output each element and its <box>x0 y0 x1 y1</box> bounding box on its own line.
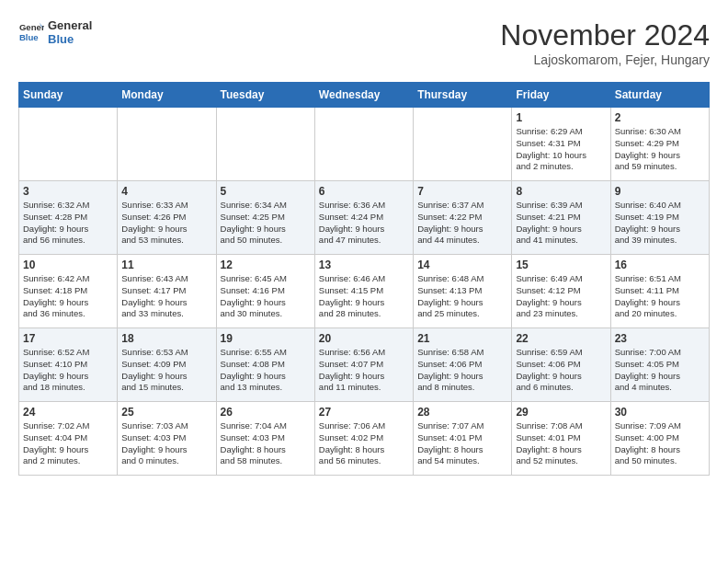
day-info: Sunrise: 6:36 AM Sunset: 4:24 PM Dayligh… <box>319 200 409 247</box>
calendar-table: SundayMondayTuesdayWednesdayThursdayFrid… <box>18 82 710 476</box>
weekday-header: Tuesday <box>216 83 314 108</box>
day-info: Sunrise: 6:53 AM Sunset: 4:09 PM Dayligh… <box>121 347 211 394</box>
day-number: 29 <box>516 406 606 419</box>
svg-text:Blue: Blue <box>19 32 39 42</box>
day-info: Sunrise: 6:43 AM Sunset: 4:17 PM Dayligh… <box>121 273 211 320</box>
logo-line1: General <box>48 18 92 32</box>
calendar-cell: 18Sunrise: 6:53 AM Sunset: 4:09 PM Dayli… <box>118 328 216 402</box>
day-number: 28 <box>417 406 507 419</box>
day-number: 14 <box>417 259 507 271</box>
day-info: Sunrise: 6:33 AM Sunset: 4:26 PM Dayligh… <box>121 200 211 247</box>
calendar-week-row: 10Sunrise: 6:42 AM Sunset: 4:18 PM Dayli… <box>19 255 710 328</box>
calendar-week-row: 24Sunrise: 7:02 AM Sunset: 4:04 PM Dayli… <box>19 402 710 476</box>
day-number: 18 <box>121 332 211 345</box>
day-number: 13 <box>319 259 409 271</box>
day-info: Sunrise: 6:34 AM Sunset: 4:25 PM Dayligh… <box>221 200 311 247</box>
day-info: Sunrise: 6:37 AM Sunset: 4:22 PM Dayligh… <box>417 200 507 247</box>
day-info: Sunrise: 6:48 AM Sunset: 4:13 PM Dayligh… <box>417 273 507 320</box>
day-number: 17 <box>23 332 113 345</box>
calendar-cell <box>118 108 216 181</box>
calendar-cell: 22Sunrise: 6:59 AM Sunset: 4:06 PM Dayli… <box>512 328 610 402</box>
day-info: Sunrise: 7:06 AM Sunset: 4:02 PM Dayligh… <box>319 420 409 467</box>
weekday-header: Saturday <box>610 83 709 108</box>
calendar-cell: 4Sunrise: 6:33 AM Sunset: 4:26 PM Daylig… <box>118 181 216 255</box>
day-info: Sunrise: 6:40 AM Sunset: 4:19 PM Dayligh… <box>615 200 705 247</box>
svg-text:General: General <box>19 22 44 32</box>
calendar-cell: 27Sunrise: 7:06 AM Sunset: 4:02 PM Dayli… <box>314 402 413 476</box>
day-info: Sunrise: 6:42 AM Sunset: 4:18 PM Dayligh… <box>23 273 113 320</box>
calendar-week-row: 1Sunrise: 6:29 AM Sunset: 4:31 PM Daylig… <box>19 108 710 181</box>
day-number: 16 <box>615 259 705 271</box>
day-number: 8 <box>516 185 606 198</box>
day-info: Sunrise: 7:08 AM Sunset: 4:01 PM Dayligh… <box>516 420 606 467</box>
day-number: 23 <box>615 332 705 345</box>
calendar-cell: 11Sunrise: 6:43 AM Sunset: 4:17 PM Dayli… <box>118 255 216 328</box>
day-number: 19 <box>221 332 311 345</box>
day-info: Sunrise: 6:51 AM Sunset: 4:11 PM Dayligh… <box>615 273 705 320</box>
day-info: Sunrise: 7:02 AM Sunset: 4:04 PM Dayligh… <box>23 420 113 467</box>
calendar-cell: 24Sunrise: 7:02 AM Sunset: 4:04 PM Dayli… <box>19 402 118 476</box>
weekday-header: Friday <box>512 83 610 108</box>
day-number: 5 <box>221 185 311 198</box>
day-info: Sunrise: 6:52 AM Sunset: 4:10 PM Dayligh… <box>23 347 113 394</box>
weekday-header: Sunday <box>19 83 118 108</box>
calendar-cell <box>314 108 413 181</box>
title-block: November 2024 Lajoskomarom, Fejer, Hunga… <box>500 18 710 67</box>
calendar-cell <box>19 108 118 181</box>
day-number: 4 <box>121 185 211 198</box>
day-number: 22 <box>516 332 606 345</box>
calendar-cell: 3Sunrise: 6:32 AM Sunset: 4:28 PM Daylig… <box>19 181 118 255</box>
day-number: 27 <box>319 406 409 419</box>
day-info: Sunrise: 7:03 AM Sunset: 4:03 PM Dayligh… <box>121 420 211 467</box>
day-info: Sunrise: 6:46 AM Sunset: 4:15 PM Dayligh… <box>319 273 409 320</box>
day-info: Sunrise: 7:04 AM Sunset: 4:03 PM Dayligh… <box>221 420 311 467</box>
calendar-cell: 23Sunrise: 7:00 AM Sunset: 4:05 PM Dayli… <box>610 328 709 402</box>
day-info: Sunrise: 7:09 AM Sunset: 4:00 PM Dayligh… <box>615 420 705 467</box>
day-number: 21 <box>417 332 507 345</box>
calendar-cell: 28Sunrise: 7:07 AM Sunset: 4:01 PM Dayli… <box>414 402 512 476</box>
calendar-cell: 12Sunrise: 6:45 AM Sunset: 4:16 PM Dayli… <box>216 255 314 328</box>
day-number: 3 <box>23 185 113 198</box>
day-number: 26 <box>221 406 311 419</box>
calendar-cell: 16Sunrise: 6:51 AM Sunset: 4:11 PM Dayli… <box>610 255 709 328</box>
day-number: 24 <box>23 406 113 419</box>
day-number: 30 <box>615 406 705 419</box>
day-number: 11 <box>121 259 211 271</box>
day-info: Sunrise: 7:07 AM Sunset: 4:01 PM Dayligh… <box>417 420 507 467</box>
day-info: Sunrise: 6:29 AM Sunset: 4:31 PM Dayligh… <box>516 126 606 173</box>
calendar-cell: 29Sunrise: 7:08 AM Sunset: 4:01 PM Dayli… <box>512 402 610 476</box>
page-header: General Blue General Blue November 2024 … <box>18 18 710 67</box>
day-number: 10 <box>23 259 113 271</box>
day-info: Sunrise: 6:32 AM Sunset: 4:28 PM Dayligh… <box>23 200 113 247</box>
calendar-cell: 17Sunrise: 6:52 AM Sunset: 4:10 PM Dayli… <box>19 328 118 402</box>
day-number: 15 <box>516 259 606 271</box>
location-subtitle: Lajoskomarom, Fejer, Hungary <box>500 52 710 67</box>
calendar-cell: 9Sunrise: 6:40 AM Sunset: 4:19 PM Daylig… <box>610 181 709 255</box>
weekday-header: Monday <box>118 83 216 108</box>
day-info: Sunrise: 6:59 AM Sunset: 4:06 PM Dayligh… <box>516 347 606 394</box>
calendar-cell: 21Sunrise: 6:58 AM Sunset: 4:06 PM Dayli… <box>414 328 512 402</box>
calendar-cell <box>216 108 314 181</box>
calendar-cell: 25Sunrise: 7:03 AM Sunset: 4:03 PM Dayli… <box>118 402 216 476</box>
day-info: Sunrise: 7:00 AM Sunset: 4:05 PM Dayligh… <box>615 347 705 394</box>
calendar-cell: 15Sunrise: 6:49 AM Sunset: 4:12 PM Dayli… <box>512 255 610 328</box>
calendar-cell: 10Sunrise: 6:42 AM Sunset: 4:18 PM Dayli… <box>19 255 118 328</box>
month-title: November 2024 <box>500 18 710 52</box>
calendar-cell <box>414 108 512 181</box>
day-info: Sunrise: 6:49 AM Sunset: 4:12 PM Dayligh… <box>516 273 606 320</box>
day-number: 20 <box>319 332 409 345</box>
calendar-cell: 6Sunrise: 6:36 AM Sunset: 4:24 PM Daylig… <box>314 181 413 255</box>
day-number: 6 <box>319 185 409 198</box>
calendar-week-row: 17Sunrise: 6:52 AM Sunset: 4:10 PM Dayli… <box>19 328 710 402</box>
calendar-week-row: 3Sunrise: 6:32 AM Sunset: 4:28 PM Daylig… <box>19 181 710 255</box>
day-number: 7 <box>417 185 507 198</box>
calendar-cell: 5Sunrise: 6:34 AM Sunset: 4:25 PM Daylig… <box>216 181 314 255</box>
calendar-cell: 1Sunrise: 6:29 AM Sunset: 4:31 PM Daylig… <box>512 108 610 181</box>
calendar-cell: 13Sunrise: 6:46 AM Sunset: 4:15 PM Dayli… <box>314 255 413 328</box>
day-info: Sunrise: 6:39 AM Sunset: 4:21 PM Dayligh… <box>516 200 606 247</box>
logo-icon: General Blue <box>18 19 44 45</box>
day-number: 2 <box>615 111 705 124</box>
weekday-header: Wednesday <box>314 83 413 108</box>
day-info: Sunrise: 6:30 AM Sunset: 4:29 PM Dayligh… <box>615 126 705 173</box>
weekday-header: Thursday <box>414 83 512 108</box>
